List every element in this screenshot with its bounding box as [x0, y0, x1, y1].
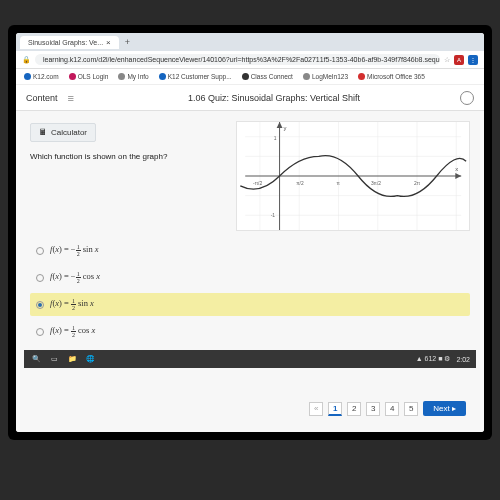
option-3[interactable]: f(x) = 12 sin x — [30, 293, 470, 316]
browser-tab[interactable]: Sinusoidal Graphs: Ve... × — [20, 36, 119, 49]
svg-text:2π: 2π — [414, 181, 421, 186]
search-icon[interactable]: 🔍 — [30, 353, 42, 365]
calculator-button[interactable]: 🖩 Calculator — [30, 123, 96, 142]
svg-text:π: π — [336, 181, 340, 186]
bookmark-item[interactable]: LogMeIn123 — [303, 73, 348, 80]
bookmark-item[interactable]: K12.com — [24, 73, 59, 80]
task-view-icon[interactable]: ▭ — [48, 353, 60, 365]
svg-marker-10 — [455, 173, 461, 179]
option-4[interactable]: f(x) = 12 cos x — [30, 320, 470, 343]
quiz-main: 🖩 Calculator Which function is shown on … — [16, 111, 484, 432]
lock-icon: 🔒 — [22, 56, 31, 64]
bookmarks-bar: K12.com OLS Login My Info K12 Customer S… — [16, 69, 484, 85]
option-2[interactable]: f(x) = −12 cos x — [30, 266, 470, 289]
explorer-icon[interactable]: 📁 — [66, 353, 78, 365]
menu-icon[interactable]: ≡ — [68, 92, 74, 104]
windows-taskbar: 🔍 ▭ 📁 🌐 ▲ 612 ■ ⚙ 2:02 — [24, 350, 476, 368]
svg-text:3π/2: 3π/2 — [370, 181, 380, 186]
radio-icon-selected[interactable] — [36, 301, 44, 309]
option-1[interactable]: f(x) = −12 sin x — [30, 239, 470, 262]
svg-text:-1: -1 — [270, 213, 275, 218]
svg-text:x: x — [455, 166, 458, 172]
url-field[interactable]: learning.k12.com/d2l/le/enhancedSequence… — [35, 54, 440, 65]
extension-icon[interactable]: A — [454, 55, 464, 65]
page-4-button[interactable]: 4 — [385, 402, 399, 416]
close-tab-icon[interactable]: × — [106, 38, 111, 47]
radio-icon[interactable] — [36, 328, 44, 336]
bookmark-star-icon[interactable]: ☆ — [444, 56, 450, 64]
page-3-button[interactable]: 3 — [366, 402, 380, 416]
svg-marker-11 — [276, 122, 282, 128]
option-label: f(x) = −12 sin x — [50, 244, 99, 257]
question-text: Which function is shown on the graph? — [30, 152, 224, 161]
option-label: f(x) = 12 sin x — [50, 298, 94, 311]
tab-title: Sinusoidal Graphs: Ve... — [28, 39, 103, 46]
pagination: « 1 2 3 4 5 Next ▸ — [30, 395, 470, 422]
clock[interactable]: 2:02 — [456, 356, 470, 363]
browser-tab-bar: Sinusoidal Graphs: Ve... × + — [16, 33, 484, 51]
option-label: f(x) = −12 cos x — [50, 271, 100, 284]
system-tray[interactable]: ▲ 612 ■ ⚙ — [416, 355, 451, 363]
bookmark-item[interactable]: My Info — [118, 73, 148, 80]
option-label: f(x) = 12 cos x — [50, 325, 95, 338]
bookmark-item[interactable]: K12 Customer Supp... — [159, 73, 232, 80]
chrome-icon[interactable]: 🌐 — [84, 353, 96, 365]
radio-icon[interactable] — [36, 247, 44, 255]
content-label[interactable]: Content — [26, 93, 58, 103]
next-button[interactable]: Next ▸ — [423, 401, 466, 416]
bookmark-item[interactable]: Class Connect — [242, 73, 293, 80]
progress-icon[interactable] — [460, 91, 474, 105]
new-tab-button[interactable]: + — [125, 37, 130, 47]
extension-icon[interactable]: ⋮ — [468, 55, 478, 65]
svg-text:π/2: π/2 — [296, 181, 304, 186]
svg-text:-π/2: -π/2 — [253, 181, 262, 186]
bookmark-item[interactable]: OLS Login — [69, 73, 109, 80]
svg-text:1: 1 — [273, 136, 276, 141]
page-2-button[interactable]: 2 — [347, 402, 361, 416]
answer-options: f(x) = −12 sin x f(x) = −12 cos x f(x) =… — [30, 239, 470, 347]
bookmark-item[interactable]: Microsoft Office 365 — [358, 73, 425, 80]
radio-icon[interactable] — [36, 274, 44, 282]
function-graph: y x -π/2 π/2 π 3π/2 2π 1 -1 — [236, 121, 470, 231]
prev-page-button[interactable]: « — [309, 402, 323, 416]
page-title: 1.06 Quiz: Sinusoidal Graphs: Vertical S… — [88, 93, 460, 103]
calculator-icon: 🖩 — [39, 128, 47, 137]
course-header: Content ≡ 1.06 Quiz: Sinusoidal Graphs: … — [16, 85, 484, 111]
address-bar: 🔒 learning.k12.com/d2l/le/enhancedSequen… — [16, 51, 484, 69]
page-1-button[interactable]: 1 — [328, 402, 342, 416]
svg-text:y: y — [283, 125, 286, 131]
page-5-button[interactable]: 5 — [404, 402, 418, 416]
